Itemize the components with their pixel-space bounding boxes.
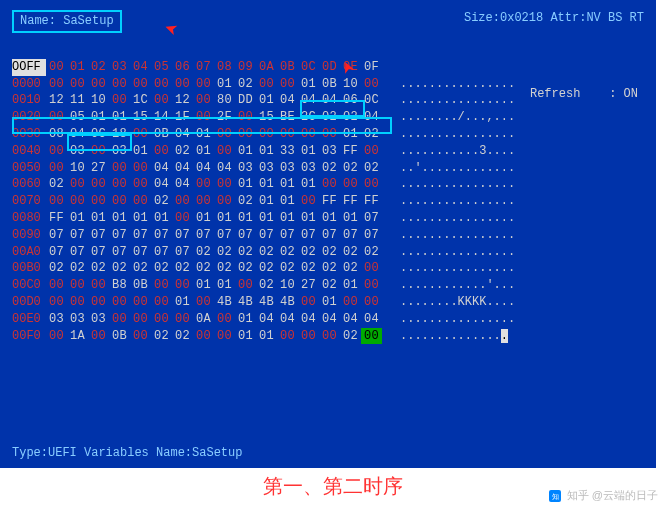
hex-byte[interactable]: 02 — [298, 260, 319, 277]
hex-byte[interactable]: 01 — [298, 76, 319, 93]
hex-byte[interactable]: 01 — [298, 210, 319, 227]
hex-byte[interactable]: 02 — [172, 143, 193, 160]
hex-byte[interactable]: 02 — [130, 260, 151, 277]
hex-byte[interactable]: 02 — [361, 244, 382, 261]
hex-byte[interactable]: 1C — [130, 92, 151, 109]
hex-byte[interactable]: 04 — [214, 160, 235, 177]
hex-byte[interactable]: 00 — [130, 76, 151, 93]
hex-byte[interactable]: FF — [340, 143, 361, 160]
hex-byte[interactable]: 07 — [361, 227, 382, 244]
hex-byte[interactable]: 02 — [340, 260, 361, 277]
hex-byte[interactable]: 00 — [130, 176, 151, 193]
hex-byte[interactable]: 00 — [151, 92, 172, 109]
hex-byte[interactable]: 0C — [361, 92, 382, 109]
hex-byte[interactable]: 02 — [319, 277, 340, 294]
hex-byte[interactable]: 04 — [340, 311, 361, 328]
hex-byte[interactable]: 00 — [214, 143, 235, 160]
hex-byte[interactable]: 07 — [361, 210, 382, 227]
hex-byte[interactable]: 0C — [88, 126, 109, 143]
hex-byte[interactable]: 00 — [130, 126, 151, 143]
hex-byte[interactable]: 00 — [277, 126, 298, 143]
hex-byte[interactable]: 02 — [172, 260, 193, 277]
hex-byte[interactable]: 02 — [235, 193, 256, 210]
hex-byte[interactable]: 01 — [235, 311, 256, 328]
hex-byte[interactable]: 00 — [235, 126, 256, 143]
hex-byte[interactable]: 01 — [130, 210, 151, 227]
hex-byte[interactable]: 00 — [46, 328, 67, 345]
hex-byte[interactable]: 00 — [172, 311, 193, 328]
hex-byte[interactable]: 02 — [151, 328, 172, 345]
hex-byte[interactable]: 00 — [214, 328, 235, 345]
hex-byte[interactable]: 00 — [298, 294, 319, 311]
hex-byte[interactable]: 00 — [172, 76, 193, 93]
hex-byte[interactable]: 05 — [67, 109, 88, 126]
hex-byte[interactable]: 04 — [298, 311, 319, 328]
hex-byte[interactable]: 00 — [67, 294, 88, 311]
hex-byte[interactable]: 01 — [67, 210, 88, 227]
hex-byte[interactable]: 27 — [88, 160, 109, 177]
hex-byte[interactable]: 02 — [46, 176, 67, 193]
hex-byte[interactable]: 00 — [361, 328, 382, 345]
hex-byte[interactable]: 02 — [235, 76, 256, 93]
hex-byte[interactable]: 02 — [256, 260, 277, 277]
hex-byte[interactable]: 01 — [214, 277, 235, 294]
hex-byte[interactable]: 00 — [235, 277, 256, 294]
hex-byte[interactable]: 00 — [277, 76, 298, 93]
hex-byte[interactable]: 00 — [151, 76, 172, 93]
hex-byte[interactable]: 07 — [130, 244, 151, 261]
hex-byte[interactable]: 00 — [298, 126, 319, 143]
hex-byte[interactable]: 02 — [193, 260, 214, 277]
hex-byte[interactable]: 02 — [319, 109, 340, 126]
hex-byte[interactable]: BE — [277, 109, 298, 126]
hex-byte[interactable]: 00 — [319, 176, 340, 193]
hex-byte[interactable]: 01 — [172, 294, 193, 311]
hex-byte[interactable]: 00 — [130, 311, 151, 328]
hex-byte[interactable]: 02 — [361, 126, 382, 143]
hex-byte[interactable]: 01 — [319, 294, 340, 311]
hex-byte[interactable]: 01 — [235, 143, 256, 160]
hex-byte[interactable]: 00 — [67, 76, 88, 93]
hex-byte[interactable]: 01 — [277, 210, 298, 227]
hex-byte[interactable]: 01 — [193, 277, 214, 294]
hex-byte[interactable]: 03 — [319, 143, 340, 160]
hex-byte[interactable]: 00 — [361, 176, 382, 193]
hex-byte[interactable]: 01 — [277, 193, 298, 210]
hex-byte[interactable]: 27 — [298, 277, 319, 294]
hex-byte[interactable]: 02 — [235, 260, 256, 277]
hex-byte[interactable]: 04 — [277, 92, 298, 109]
hex-byte[interactable]: 07 — [193, 227, 214, 244]
hex-byte[interactable]: 00 — [193, 328, 214, 345]
hex-byte[interactable]: 02 — [172, 328, 193, 345]
hex-byte[interactable]: 00 — [88, 143, 109, 160]
hex-byte[interactable]: 03 — [67, 311, 88, 328]
hex-byte[interactable]: 01 — [256, 92, 277, 109]
hex-byte[interactable]: 1A — [67, 328, 88, 345]
hex-byte[interactable]: 00 — [235, 109, 256, 126]
hex-byte[interactable]: 01 — [193, 126, 214, 143]
hex-byte[interactable]: 02 — [67, 260, 88, 277]
hex-byte[interactable]: 00 — [88, 176, 109, 193]
hex-byte[interactable]: 04 — [172, 176, 193, 193]
hex-byte[interactable]: 02 — [340, 328, 361, 345]
hex-byte[interactable]: 4B — [277, 294, 298, 311]
hex-byte[interactable]: 02 — [340, 244, 361, 261]
hex-byte[interactable]: 12 — [46, 92, 67, 109]
hex-byte[interactable]: 01 — [235, 210, 256, 227]
hex-byte[interactable]: 00 — [361, 76, 382, 93]
hex-byte[interactable]: 10 — [67, 160, 88, 177]
hex-byte[interactable]: 11 — [67, 92, 88, 109]
hex-byte[interactable]: 18 — [109, 126, 130, 143]
hex-byte[interactable]: 0B — [109, 328, 130, 345]
hex-byte[interactable]: 02 — [319, 244, 340, 261]
hex-byte[interactable]: 03 — [277, 160, 298, 177]
hex-byte[interactable]: 01 — [298, 143, 319, 160]
hex-byte[interactable]: 04 — [319, 311, 340, 328]
hex-byte[interactable]: 06 — [340, 92, 361, 109]
hex-byte[interactable]: 03 — [88, 311, 109, 328]
hex-byte[interactable]: 02 — [193, 244, 214, 261]
hex-byte[interactable]: 00 — [256, 76, 277, 93]
hex-byte[interactable]: 02 — [361, 160, 382, 177]
hex-byte[interactable]: 01 — [193, 210, 214, 227]
hex-byte[interactable]: 02 — [340, 160, 361, 177]
hex-byte[interactable]: 00 — [67, 176, 88, 193]
